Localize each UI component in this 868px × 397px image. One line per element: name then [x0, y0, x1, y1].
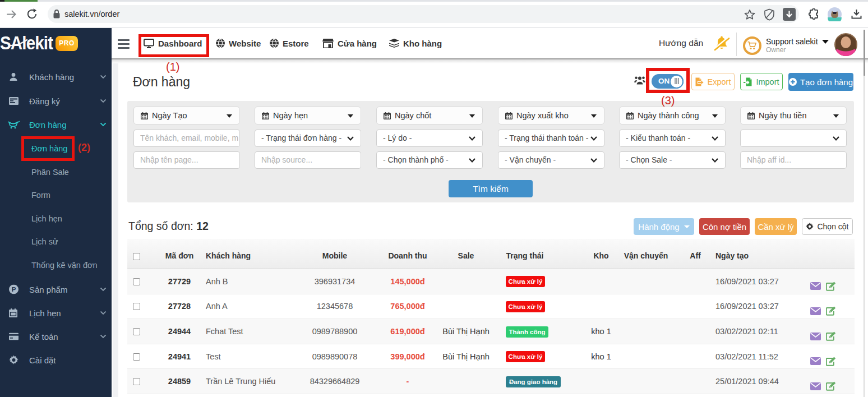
svg-text:P: P — [12, 286, 16, 293]
